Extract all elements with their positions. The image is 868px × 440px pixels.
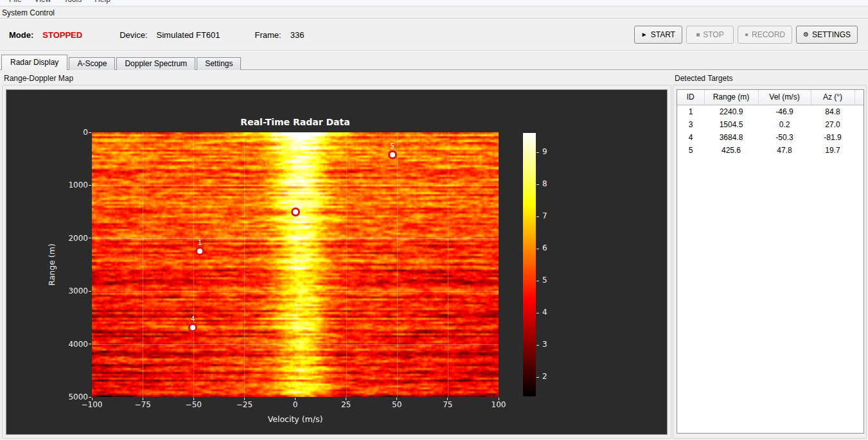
x-tick-mark: [396, 398, 397, 400]
colorbar-tick-mark: [536, 281, 539, 281]
device-value: Simulated FT601: [157, 30, 220, 40]
colorbar-tick-mark: [536, 345, 539, 346]
y-tick-label: 4000: [32, 340, 88, 349]
x-tick-mark: [346, 398, 346, 400]
stop-button[interactable]: ■STOP: [686, 26, 734, 44]
table-cell: [855, 131, 864, 144]
x-tick-label: 25: [341, 400, 351, 409]
mode-value: STOPPED: [42, 30, 82, 40]
menu-item-view[interactable]: View: [28, 0, 57, 6]
table-cell: -50.3: [758, 131, 811, 144]
target-marker-5: [388, 150, 397, 159]
target-marker-1: [195, 247, 204, 256]
x-axis-label: Velocity (m/s): [92, 414, 499, 424]
column-header-range[interactable]: Range (m): [704, 90, 758, 105]
table-cell: 1504.5: [704, 118, 758, 131]
x-tick-mark: [244, 398, 245, 400]
x-tick-mark: [193, 398, 194, 400]
y-tick-mark: [89, 238, 91, 238]
colorbar-tick-label: 7: [542, 211, 547, 220]
range-doppler-map-title: Range-Doppler Map: [3, 74, 74, 83]
table-cell: 47.8: [758, 144, 811, 157]
table-row[interactable]: 5425.647.819.7: [677, 144, 864, 157]
range-doppler-heatmap: [92, 132, 499, 397]
start-button[interactable]: ►START: [634, 26, 682, 44]
target-marker-3: [291, 207, 300, 216]
colorbar-tick-mark: [536, 249, 539, 249]
record-button[interactable]: ●RECORD: [738, 26, 792, 44]
stop-icon: ■: [696, 31, 700, 38]
colorbar-tick-mark: [536, 377, 539, 378]
gear-icon: ⚙: [803, 31, 809, 38]
x-tick-label: −100: [82, 400, 103, 409]
table-row[interactable]: 31504.50.227.0: [677, 118, 864, 131]
table-cell: [855, 118, 864, 131]
button-label: STOP: [703, 30, 723, 39]
y-tick-label: 5000: [32, 392, 88, 401]
tab-a-scope[interactable]: A-Scope: [69, 57, 115, 70]
menu-item-help[interactable]: Help: [88, 0, 117, 6]
tab-doppler-spectrum[interactable]: Doppler Spectrum: [116, 57, 195, 70]
column-header-az[interactable]: Az (°): [811, 90, 855, 105]
tab-settings[interactable]: Settings: [197, 57, 241, 70]
x-tick-label: −25: [236, 400, 252, 409]
x-tick-mark: [92, 398, 93, 400]
y-tick-mark: [89, 132, 91, 133]
button-label: START: [651, 30, 675, 39]
target-marker-4: [188, 323, 197, 332]
tab-radar-display[interactable]: Radar Display: [1, 55, 67, 70]
column-header-vel[interactable]: Vel (m/s): [758, 90, 811, 105]
table-cell: -81.9: [811, 131, 855, 144]
menu-bar: FileViewToolsHelp: [0, 0, 868, 6]
y-tick-mark: [89, 185, 91, 186]
y-tick-label: 0: [32, 128, 88, 137]
colorbar-tick-label: 2: [542, 372, 547, 381]
colorbar-tick-label: 6: [542, 243, 547, 252]
table-cell: 5: [677, 144, 704, 157]
y-tick-mark: [89, 397, 91, 398]
colorbar-tick-label: 4: [542, 308, 547, 317]
colorbar-tick-label: 8: [542, 179, 547, 188]
column-header-id[interactable]: ID: [677, 90, 704, 105]
y-tick-mark: [89, 291, 91, 292]
x-tick-mark: [143, 398, 143, 400]
table-cell: 19.7: [811, 144, 855, 157]
detected-targets-table: IDRange (m)Vel (m/s)Az (°) 12240.9-46.98…: [677, 90, 864, 157]
menu-item-tools[interactable]: Tools: [57, 0, 88, 6]
target-marker-label: 5: [391, 143, 394, 150]
y-tick-label: 2000: [32, 234, 88, 243]
play-icon: ►: [641, 31, 648, 38]
table-row[interactable]: 43684.8-50.3-81.9: [677, 131, 864, 144]
menu-item-file[interactable]: File: [3, 0, 28, 6]
colorbar-tick-mark: [536, 216, 539, 217]
table-cell: 3684.8: [704, 131, 758, 144]
divider: [0, 50, 868, 51]
colorbar-tick-label: 3: [542, 340, 547, 349]
table-cell: 4: [677, 131, 704, 144]
chart-title: Real-Time Radar Data: [92, 117, 499, 127]
detected-targets-title: Detected Targets: [674, 74, 734, 83]
colorbar-tick-mark: [536, 184, 539, 185]
table-cell: 27.0: [811, 118, 855, 131]
settings-button[interactable]: ⚙SETTINGS: [796, 26, 858, 44]
x-tick-mark: [499, 398, 499, 400]
y-tick-label: 1000: [32, 180, 88, 189]
column-header-filler: [855, 90, 864, 105]
colorbar-tick-mark: [536, 152, 539, 153]
detected-targets-panel: IDRange (m)Vel (m/s)Az (°) 12240.9-46.98…: [677, 89, 864, 434]
target-marker-label: 4: [191, 315, 195, 322]
x-tick-label: 75: [443, 400, 452, 409]
table-cell: [855, 105, 864, 118]
colorbar-tick-label: 9: [542, 147, 547, 156]
colorbar: [523, 133, 536, 396]
table-cell: 0.2: [758, 118, 811, 131]
table-row[interactable]: 12240.9-46.984.8: [677, 105, 864, 118]
colorbar-tick-mark: [536, 313, 539, 313]
mode-label: Mode:: [9, 30, 33, 40]
table-cell: 84.8: [811, 105, 855, 118]
x-tick-label: 50: [392, 400, 402, 409]
y-tick-mark: [89, 344, 91, 344]
target-marker-label: 1: [198, 239, 202, 246]
record-icon: ●: [745, 31, 748, 38]
x-tick-label: −50: [186, 400, 202, 409]
